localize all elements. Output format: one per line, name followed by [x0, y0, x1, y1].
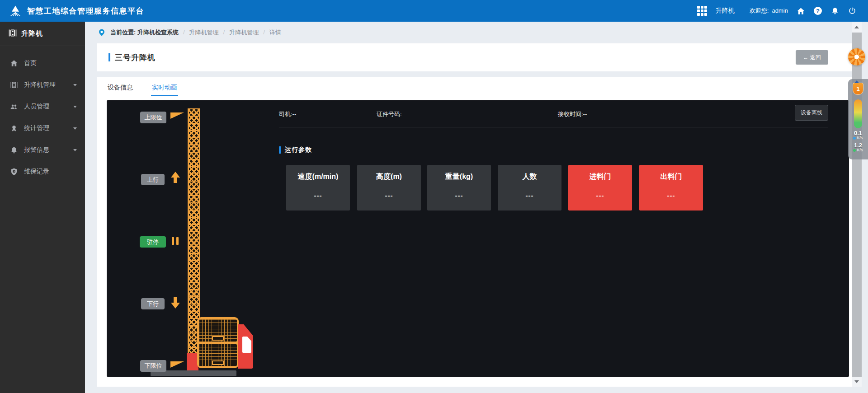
- down-arrow-icon: [170, 296, 180, 309]
- breadcrumb: 当前位置: 升降机检查系统 / 升降机管理 / 升降机管理 / 详情: [85, 22, 852, 43]
- title-accent-bar: [108, 53, 110, 61]
- sidebar-item-home[interactable]: 首页: [0, 52, 85, 74]
- lower-limit-label: 下限位: [140, 360, 166, 372]
- chevron-down-icon: [73, 106, 77, 108]
- breadcrumb-prefix: 当前位置: 升降机检查系统: [110, 28, 179, 37]
- people-icon: [10, 103, 18, 111]
- section-accent-bar: [279, 146, 281, 154]
- tab-bar: 设备信息 实时动画: [107, 80, 178, 96]
- param-value: ---: [498, 192, 561, 199]
- upper-limit-flag-icon: [170, 112, 184, 119]
- back-button[interactable]: ← 返回: [796, 50, 828, 65]
- network-speed-overlay[interactable]: 1 0.1 K/s 1.2 K/s: [848, 79, 868, 159]
- up-label: 上行: [141, 174, 165, 185]
- platform-logo-icon: [8, 4, 23, 18]
- power-icon[interactable]: [848, 7, 856, 15]
- page-title: 三号升降机: [115, 52, 156, 63]
- sidebar-item-lift-management[interactable]: 升降机管理: [0, 74, 85, 96]
- receive-time-field: 接收时间:--: [558, 110, 587, 118]
- stop-label: 驻停: [140, 236, 166, 248]
- home-icon: [10, 59, 18, 67]
- param-card-people-count: 人数 ---: [498, 165, 561, 211]
- param-value: ---: [357, 192, 421, 199]
- param-card-height: 高度(m) ---: [357, 165, 421, 211]
- sidebar-header-label: 升降机: [21, 29, 43, 38]
- topbar: 智慧工地综合管理服务信息平台 升降机 欢迎您: admin ?: [0, 0, 868, 22]
- help-icon[interactable]: ?: [814, 7, 822, 15]
- username: admin: [772, 7, 788, 14]
- lift-icon: [8, 28, 17, 39]
- chevron-down-icon: [73, 84, 77, 86]
- pause-icon: [172, 237, 179, 245]
- scroll-down-arrow-icon[interactable]: [854, 380, 859, 383]
- upload-dot-icon: [853, 149, 856, 152]
- down-label: 下行: [141, 298, 165, 309]
- param-value: ---: [639, 192, 703, 199]
- chevron-down-icon: [73, 149, 77, 151]
- download-dot-icon: [853, 137, 856, 140]
- param-card-outlet-door: 出料门 ---: [639, 165, 703, 211]
- app-switcher-icon[interactable]: [697, 6, 707, 16]
- app-switcher-label[interactable]: 升降机: [716, 7, 735, 15]
- page-header: 三号升降机 ← 返回: [97, 43, 852, 71]
- lift-cage-graphic: [197, 317, 239, 368]
- security-shield-badge[interactable]: 1: [853, 83, 863, 95]
- home-icon[interactable]: [797, 7, 805, 15]
- sidebar: 升降机 首页 升降机管理 人员管理 统计管理 报警信息 维保记录: [0, 22, 85, 393]
- breadcrumb-item[interactable]: 升降机管理: [189, 28, 219, 37]
- param-card-weight: 重量(kg) ---: [427, 165, 491, 211]
- param-value: ---: [286, 192, 350, 199]
- alarm-icon: [10, 146, 18, 154]
- vertical-scrollbar[interactable]: [852, 22, 862, 387]
- realtime-monitor-panel: 上限位 上行 驻停 下行 下限位 司机:-- 证件号码: 接收时间:-- 设备离…: [107, 100, 849, 377]
- scroll-up-arrow-icon[interactable]: [854, 26, 859, 28]
- sidebar-header: 升降机: [0, 22, 85, 46]
- tab-realtime-animation[interactable]: 实时动画: [151, 80, 178, 96]
- breadcrumb-root[interactable]: 升降机检查系统: [137, 29, 179, 36]
- cage-upper-door: [199, 319, 237, 342]
- cab-window: [242, 337, 251, 353]
- param-value: ---: [427, 192, 491, 199]
- breadcrumb-item[interactable]: 升降机管理: [229, 28, 259, 37]
- platform-title: 智慧工地综合管理服务信息平台: [27, 6, 144, 16]
- cert-number-field: 证件号码:: [377, 110, 402, 118]
- notifications-bell-icon[interactable]: [830, 7, 839, 15]
- section-running-params: 运行参数: [279, 146, 312, 154]
- upload-speed: 1.2 K/s: [853, 143, 863, 153]
- tab-device-info[interactable]: 设备信息: [107, 80, 134, 96]
- sidebar-item-alarm-info[interactable]: 报警信息: [0, 139, 85, 161]
- speed-gradient-bar: [854, 99, 862, 128]
- driver-field: 司机:--: [279, 110, 296, 118]
- device-offline-button[interactable]: 设备离线: [795, 105, 828, 121]
- lower-limit-flag-icon: [170, 361, 184, 368]
- divider: [279, 127, 828, 127]
- lift-icon: [10, 81, 18, 89]
- param-card-speed: 速度(m/min) ---: [286, 165, 350, 211]
- breadcrumb-current: 详情: [269, 28, 281, 37]
- content-card: 设备信息 实时动画 上限位 上行 驻停 下行 下限位 司机:-- 证件号码: 接…: [97, 77, 852, 387]
- upper-limit-label: 上限位: [140, 112, 166, 123]
- location-pin-icon: [98, 28, 106, 37]
- sidebar-item-maintenance-records[interactable]: 维保记录: [0, 161, 85, 182]
- welcome-text: 欢迎您: admin: [750, 7, 788, 15]
- driver-cab-graphic: [238, 324, 253, 369]
- chevron-down-icon: [73, 127, 77, 130]
- param-card-inlet-door: 进料门 ---: [568, 165, 632, 211]
- maintenance-icon: [10, 168, 18, 176]
- sidebar-item-personnel-management[interactable]: 人员管理: [0, 96, 85, 117]
- sidebar-item-statistics-management[interactable]: 统计管理: [0, 117, 85, 139]
- stats-icon: [10, 124, 18, 132]
- download-speed: 0.1 K/s: [853, 131, 863, 140]
- up-arrow-icon: [170, 172, 180, 184]
- sidebar-menu: 首页 升降机管理 人员管理 统计管理 报警信息 维保记录: [0, 46, 85, 182]
- browser-extension-pinwheel-icon[interactable]: [848, 48, 865, 66]
- param-value: ---: [568, 192, 632, 199]
- cage-lower-door: [199, 344, 237, 367]
